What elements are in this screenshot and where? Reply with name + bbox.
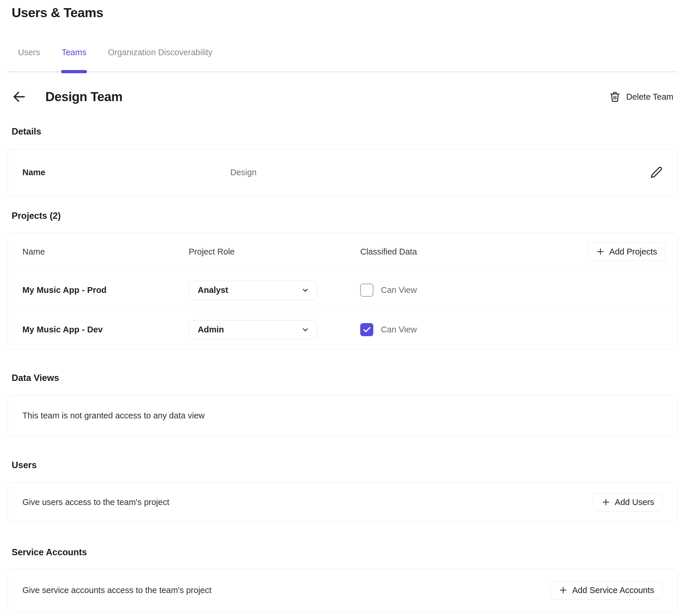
project-role-select-dev[interactable]: Admin (189, 320, 317, 339)
plus-icon (596, 247, 605, 256)
can-view-checkbox-prod[interactable] (360, 284, 373, 297)
tab-organization-discoverability[interactable]: Organization Discoverability (108, 48, 212, 71)
can-view-checkbox-dev[interactable] (360, 323, 373, 336)
plus-icon (602, 498, 610, 506)
tab-bar: Users Teams Organization Discoverability (7, 48, 678, 72)
name-label: Name (22, 168, 45, 177)
column-project-role: Project Role (189, 247, 360, 257)
data-views-empty-text: This team is not granted access to any d… (22, 411, 205, 420)
data-views-heading: Data Views (12, 373, 673, 383)
service-accounts-heading: Service Accounts (12, 547, 673, 557)
users-teams-page: Users & Teams Users Teams Organization D… (0, 0, 685, 612)
projects-table-header: Name Project Role Classified Data Add Pr… (8, 233, 677, 270)
projects-table: Name Project Role Classified Data Add Pr… (7, 233, 678, 350)
team-title: Design Team (45, 89, 122, 104)
checkmark-icon (363, 326, 371, 334)
table-row-dev: My Music App - Dev Admin Can (8, 310, 677, 349)
service-accounts-card: Give service accounts access to the team… (7, 569, 678, 612)
service-accounts-description: Give service accounts access to the team… (22, 586, 211, 595)
delete-team-label: Delete Team (626, 92, 673, 102)
users-description: Give users access to the team's project (22, 498, 169, 507)
add-service-accounts-button[interactable]: Add Service Accounts (550, 581, 663, 599)
add-users-label: Add Users (615, 498, 654, 507)
can-view-label: Can View (381, 325, 417, 334)
users-heading: Users (12, 460, 673, 470)
project-name: My Music App - Prod (22, 285, 189, 295)
tab-teams[interactable]: Teams (62, 48, 86, 71)
project-name: My Music App - Dev (22, 325, 189, 334)
plus-icon (559, 586, 568, 594)
projects-heading: Projects (2) (12, 211, 673, 221)
project-role-value: Analyst (198, 285, 228, 295)
add-projects-button[interactable]: Add Projects (587, 243, 665, 261)
trash-icon (609, 91, 620, 102)
details-heading: Details (12, 126, 673, 137)
classified-data-group: Can View (360, 284, 517, 297)
team-header: Design Team Delete Team (7, 87, 678, 106)
chevron-down-icon (301, 286, 309, 294)
column-classified-data: Classified Data (360, 247, 517, 257)
pencil-icon (650, 166, 663, 178)
users-card: Give users access to the team's project … (7, 482, 678, 522)
arrow-left-icon (12, 89, 27, 104)
delete-team-button[interactable]: Delete Team (609, 91, 673, 102)
back-button[interactable] (12, 87, 30, 106)
tab-users[interactable]: Users (18, 48, 40, 71)
edit-name-button[interactable] (650, 166, 663, 178)
can-view-label: Can View (381, 285, 417, 295)
add-service-accounts-label: Add Service Accounts (572, 586, 654, 595)
project-role-select-prod[interactable]: Analyst (189, 281, 317, 300)
data-views-card: This team is not granted access to any d… (7, 395, 678, 436)
chevron-down-icon (301, 326, 309, 334)
name-value: Design (230, 168, 256, 177)
details-card: Name Design (7, 149, 678, 196)
page-title: Users & Teams (12, 5, 678, 20)
add-projects-label: Add Projects (609, 247, 657, 257)
table-row-prod: My Music App - Prod Analyst Can View (8, 270, 677, 310)
project-role-value: Admin (198, 325, 224, 334)
column-name: Name (22, 247, 189, 257)
classified-data-group: Can View (360, 323, 517, 336)
add-users-button[interactable]: Add Users (593, 493, 663, 511)
